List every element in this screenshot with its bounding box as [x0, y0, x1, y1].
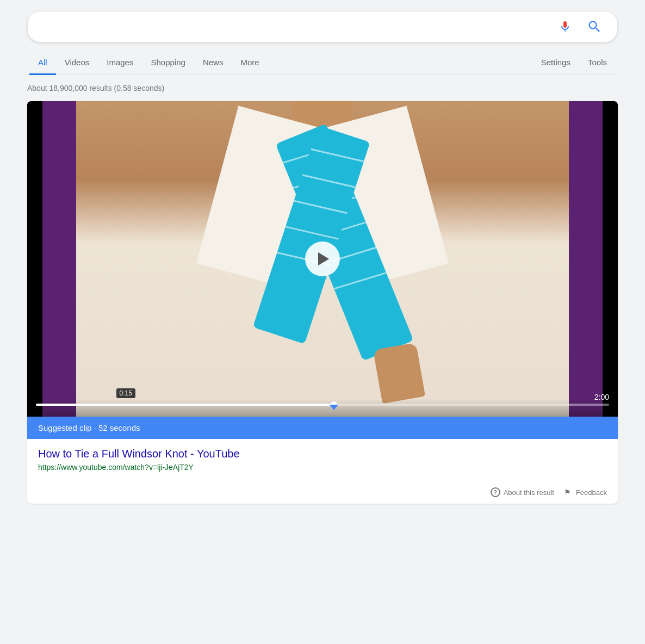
stripe-r3: [294, 200, 347, 214]
video-player[interactable]: 0:15 2:00: [27, 101, 618, 417]
video-card: 0:15 2:00 Suggested clip · 52 seconds Ho…: [27, 101, 618, 504]
time-tooltip: 0:15: [116, 388, 135, 398]
time-end: 2:00: [594, 393, 609, 401]
page-container: how to tie a full windsor All Videos Ima…: [27, 11, 618, 633]
search-button[interactable]: [582, 17, 606, 36]
black-right: [603, 101, 618, 417]
result-footer: ? About this result ⚑ Feedback: [27, 481, 618, 504]
stripe-r2: [302, 174, 356, 188]
result-title[interactable]: How to Tie a Full Windsor Knot - YouTube: [38, 448, 607, 460]
progress-bar[interactable]: 0:15 2:00: [36, 404, 609, 406]
nav-right: Settings Tools: [532, 51, 616, 75]
stripe-r1: [311, 148, 364, 162]
result-url: https://www.youtube.com/watch?v=lji-JeAj…: [38, 463, 194, 472]
hand: [373, 343, 425, 404]
stripe-r4: [286, 226, 339, 239]
results-count: About 18,900,000 results (0.58 seconds): [27, 84, 618, 92]
feedback-label: Feedback: [576, 488, 607, 497]
tab-images[interactable]: Images: [98, 51, 142, 75]
video-controls: 0:15 2:00: [27, 399, 618, 417]
nav-tabs: All Videos Images Shopping News More Set…: [27, 51, 618, 75]
progress-fill: [36, 404, 334, 406]
tab-settings[interactable]: Settings: [532, 51, 579, 75]
suggested-clip-bar: Suggested clip · 52 seconds: [27, 417, 618, 439]
mic-button[interactable]: [554, 18, 582, 35]
stripe6: [334, 272, 387, 289]
tab-more[interactable]: More: [232, 51, 268, 75]
tab-news[interactable]: News: [194, 51, 232, 75]
feedback-button[interactable]: ⚑ Feedback: [563, 487, 607, 497]
suggested-clip-text: Suggested clip · 52 seconds: [38, 423, 140, 432]
mic-icon: [559, 20, 572, 33]
tab-all[interactable]: All: [29, 51, 56, 75]
result-info: How to Tie a Full Windsor Knot - YouTube…: [27, 439, 618, 481]
about-icon: ?: [491, 487, 500, 497]
tab-videos[interactable]: Videos: [56, 51, 98, 75]
search-bar: how to tie a full windsor: [27, 11, 618, 42]
tab-shopping[interactable]: Shopping: [142, 51, 194, 75]
search-input[interactable]: how to tie a full windsor: [39, 21, 554, 33]
play-icon: [318, 252, 329, 265]
tab-tools[interactable]: Tools: [579, 51, 616, 75]
play-button[interactable]: [305, 242, 340, 276]
search-lens-icon: [587, 19, 602, 34]
feedback-icon: ⚑: [563, 487, 573, 497]
about-label: About this result: [504, 488, 554, 497]
about-result-button[interactable]: ? About this result: [491, 487, 554, 497]
scrubber-marker: [330, 405, 338, 410]
black-left: [27, 101, 42, 417]
